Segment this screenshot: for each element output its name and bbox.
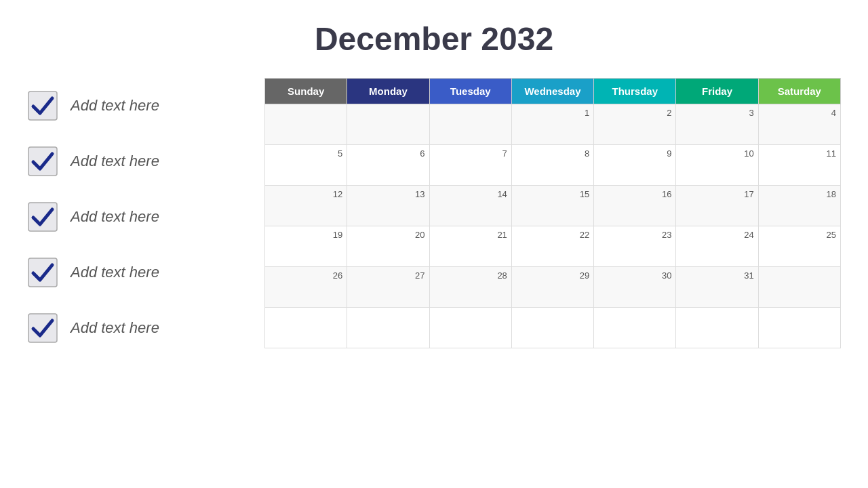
day-number: 25 (827, 230, 836, 240)
day-number: 2 (667, 108, 671, 118)
calendar-cell-w1-d1[interactable] (265, 104, 347, 145)
calendar-week-5: 262728293031 (265, 267, 841, 308)
day-number: 1 (585, 108, 589, 118)
day-number: 12 (333, 189, 342, 199)
day-number: 3 (749, 108, 753, 118)
page-title: December 2032 (315, 20, 553, 58)
header-friday: Friday (676, 79, 758, 104)
calendar-cell-w2-d5[interactable]: 9 (594, 145, 676, 186)
checklist-item-2[interactable]: Add text here (27, 134, 244, 189)
calendar-cell-w1-d6[interactable]: 3 (676, 104, 758, 145)
calendar-cell-w6-d3[interactable] (429, 308, 511, 348)
calendar-cell-w6-d6[interactable] (676, 308, 758, 348)
checklist-item-4-text: Add text here (71, 264, 159, 281)
checkbox-icon (27, 90, 58, 121)
day-number: 30 (662, 270, 671, 281)
checkbox-icon (27, 201, 58, 232)
day-number: 20 (415, 230, 425, 240)
content-area: Add text hereAdd text hereAdd text hereA… (27, 78, 841, 356)
checklist-item-4[interactable]: Add text here (27, 245, 244, 300)
header-sunday: Sunday (265, 79, 347, 104)
calendar-cell-w5-d3[interactable]: 28 (429, 267, 511, 308)
calendar-cell-w3-d3[interactable]: 14 (429, 186, 511, 226)
calendar-cell-w6-d2[interactable] (347, 308, 429, 348)
calendar-cell-w4-d2[interactable]: 20 (347, 226, 429, 267)
calendar-cell-w3-d2[interactable]: 13 (347, 186, 429, 226)
day-number: 17 (744, 189, 753, 199)
calendar-cell-w3-d4[interactable]: 15 (511, 186, 593, 226)
day-number: 19 (333, 230, 342, 240)
day-number: 13 (415, 189, 425, 199)
calendar-week-2: 567891011 (265, 145, 841, 186)
day-number: 8 (585, 148, 589, 159)
calendar-cell-w5-d6[interactable]: 31 (676, 267, 758, 308)
header-monday: Monday (347, 79, 429, 104)
calendar-cell-w1-d5[interactable]: 2 (594, 104, 676, 145)
checkbox-icon (27, 146, 58, 177)
calendar-cell-w5-d4[interactable]: 29 (511, 267, 593, 308)
calendar-cell-w5-d2[interactable]: 27 (347, 267, 429, 308)
header-tuesday: Tuesday (429, 79, 511, 104)
calendar-cell-w5-d7[interactable] (758, 267, 840, 308)
calendar-cell-w3-d6[interactable]: 17 (676, 186, 758, 226)
calendar-cell-w2-d4[interactable]: 8 (511, 145, 593, 186)
calendar-cell-w6-d4[interactable] (511, 308, 593, 348)
day-number: 9 (667, 148, 671, 159)
calendar-cell-w2-d3[interactable]: 7 (429, 145, 511, 186)
calendar-week-3: 12131415161718 (265, 186, 841, 226)
calendar-cell-w1-d3[interactable] (429, 104, 511, 145)
day-number: 10 (744, 148, 753, 159)
calendar-cell-w4-d5[interactable]: 23 (594, 226, 676, 267)
calendar-cell-w4-d6[interactable]: 24 (676, 226, 758, 267)
calendar-cell-w2-d7[interactable]: 11 (758, 145, 840, 186)
calendar-cell-w4-d3[interactable]: 21 (429, 226, 511, 267)
calendar-cell-w6-d7[interactable] (758, 308, 840, 348)
checklist-item-2-text: Add text here (71, 152, 159, 170)
calendar-cell-w3-d7[interactable]: 18 (758, 186, 840, 226)
calendar-cell-w5-d1[interactable]: 26 (265, 267, 347, 308)
calendar-cell-w6-d5[interactable] (594, 308, 676, 348)
day-number: 23 (662, 230, 671, 240)
calendar-cell-w5-d5[interactable]: 30 (594, 267, 676, 308)
checklist-item-3[interactable]: Add text here (27, 189, 244, 245)
day-number: 28 (497, 270, 507, 281)
calendar-cell-w4-d7[interactable]: 25 (758, 226, 840, 267)
calendar-cell-w2-d2[interactable]: 6 (347, 145, 429, 186)
day-number: 29 (580, 270, 589, 281)
day-number: 22 (580, 230, 589, 240)
calendar-week-6 (265, 308, 841, 348)
calendar-cell-w4-d1[interactable]: 19 (265, 226, 347, 267)
checklist-item-5[interactable]: Add text here (27, 300, 244, 356)
day-number: 18 (827, 189, 836, 199)
day-number: 16 (662, 189, 671, 199)
calendar-week-4: 19202122232425 (265, 226, 841, 267)
calendar-cell-w3-d1[interactable]: 12 (265, 186, 347, 226)
calendar-cell-w6-d1[interactable] (265, 308, 347, 348)
calendar-cell-w1-d4[interactable]: 1 (511, 104, 593, 145)
day-number: 26 (333, 270, 342, 281)
calendar-week-1: 1234 (265, 104, 841, 145)
calendar-cell-w3-d5[interactable]: 16 (594, 186, 676, 226)
day-number: 31 (744, 270, 753, 281)
day-number: 6 (420, 148, 425, 159)
day-number: 5 (338, 148, 342, 159)
checklist-item-3-text: Add text here (71, 208, 159, 226)
calendar-cell-w2-d6[interactable]: 10 (676, 145, 758, 186)
header-thursday: Thursday (594, 79, 676, 104)
day-number: 11 (827, 148, 836, 159)
day-number: 4 (831, 108, 836, 118)
checklist-item-1-text: Add text here (71, 97, 159, 115)
calendar-cell-w1-d7[interactable]: 4 (758, 104, 840, 145)
calendar-cell-w1-d2[interactable] (347, 104, 429, 145)
checklist-item-5-text: Add text here (71, 319, 159, 337)
day-number: 24 (744, 230, 753, 240)
header-saturday: Saturday (758, 79, 840, 104)
day-number: 15 (580, 189, 589, 199)
calendar: Sunday Monday Tuesday Wednesday Thursday… (264, 78, 841, 348)
day-number: 27 (415, 270, 425, 281)
checklist-item-1[interactable]: Add text here (27, 78, 244, 134)
checkbox-icon (27, 257, 58, 288)
calendar-cell-w4-d4[interactable]: 22 (511, 226, 593, 267)
calendar-cell-w2-d1[interactable]: 5 (265, 145, 347, 186)
checklist: Add text hereAdd text hereAdd text hereA… (27, 78, 244, 356)
